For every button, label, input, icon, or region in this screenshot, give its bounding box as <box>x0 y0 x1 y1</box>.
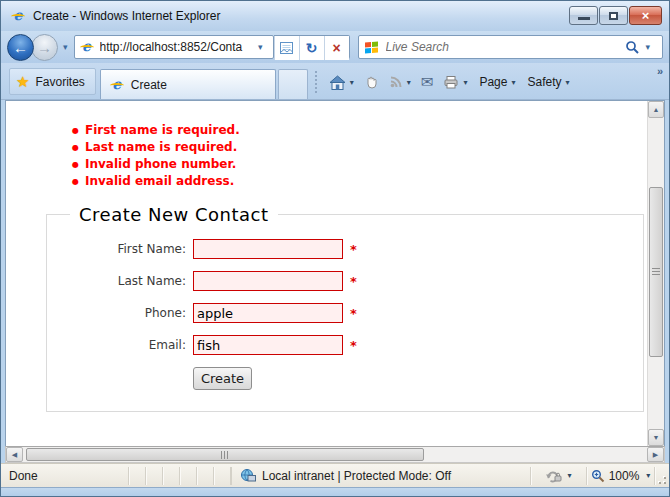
minimize-button[interactable] <box>569 6 598 25</box>
status-separator <box>129 467 146 485</box>
favorites-button[interactable]: ★ Favorites <box>9 68 96 95</box>
first-name-row: First Name: * <box>47 239 643 259</box>
printer-icon <box>443 75 459 89</box>
close-button[interactable]: × <box>629 6 662 25</box>
last-name-row: Last Name: * <box>47 271 643 291</box>
status-separator <box>146 467 163 485</box>
scroll-up-button[interactable]: ▲ <box>648 101 664 118</box>
read-mail-button[interactable]: ✉ <box>416 69 439 95</box>
home-icon <box>329 75 346 90</box>
page-viewport: First name is required. Last name is req… <box>5 100 665 446</box>
phone-row: Phone: * <box>47 303 643 323</box>
rss-feed-icon <box>389 75 403 89</box>
mail-icon: ✉ <box>421 73 434 91</box>
thumb-grip <box>221 451 230 459</box>
address-input[interactable] <box>100 40 253 54</box>
smartscreen-cell[interactable]: ▾ <box>531 467 587 485</box>
home-dropdown-icon[interactable]: ▾ <box>350 78 354 87</box>
thumb-grip <box>652 268 660 277</box>
validation-error: Last name is required. <box>72 139 647 156</box>
last-name-field[interactable] <box>193 271 343 291</box>
back-icon: ← <box>13 39 28 56</box>
horizontal-scroll-thumb[interactable] <box>26 448 424 461</box>
search-input[interactable] <box>386 40 626 54</box>
resize-grip[interactable] <box>655 464 669 487</box>
window-title: Create - Windows Internet Explorer <box>33 9 220 23</box>
tab-create[interactable]: e Create <box>100 69 276 99</box>
toolbar-overflow-chevron[interactable]: » <box>657 65 663 77</box>
security-zone-cell: Local intranet | Protected Mode: Off <box>231 467 531 485</box>
required-marker: * <box>350 338 357 353</box>
new-tab-button[interactable] <box>278 69 308 99</box>
validation-error: First name is required. <box>72 122 647 139</box>
validation-error: Invalid email address. <box>72 173 647 190</box>
scroll-down-button[interactable]: ▼ <box>648 429 664 446</box>
refresh-icon: ↻ <box>306 40 318 56</box>
page-menu-button[interactable]: Page ▾ <box>472 69 520 95</box>
first-name-field[interactable] <box>193 239 343 259</box>
home-button[interactable]: ▾ <box>324 69 359 95</box>
search-icon[interactable] <box>625 40 640 55</box>
maximize-icon <box>609 12 618 20</box>
window-controls: × <box>568 6 662 25</box>
feeds-button[interactable]: ▾ <box>384 69 416 95</box>
print-dropdown-icon[interactable]: ▾ <box>463 78 467 87</box>
create-button[interactable]: Create <box>193 367 252 390</box>
status-separator <box>112 467 129 485</box>
safety-menu-button[interactable]: Safety ▾ <box>520 69 574 95</box>
address-buttons: ↻ × <box>274 35 350 59</box>
stop-button[interactable]: × <box>324 36 349 60</box>
page-dropdown-icon: ▾ <box>511 78 515 87</box>
scroll-right-button[interactable]: ▶ <box>647 447 664 462</box>
phone-label: Phone: <box>47 306 193 320</box>
required-marker: * <box>350 306 357 321</box>
smartscreen-dropdown-icon[interactable]: ▾ <box>567 471 571 480</box>
hand-icon <box>364 75 379 90</box>
maximize-button[interactable] <box>599 6 628 25</box>
scroll-up-icon: ▲ <box>653 106 660 113</box>
zoom-level: 100% <box>609 469 640 483</box>
status-text: Done <box>1 469 112 483</box>
vertical-scroll-thumb[interactable] <box>649 187 663 357</box>
history-dropdown-button[interactable]: ▾ <box>63 42 68 52</box>
zoom-icon <box>591 469 605 483</box>
minimize-icon <box>578 17 590 20</box>
page-favicon: e <box>79 39 95 55</box>
search-box[interactable]: ▾ <box>358 35 663 59</box>
feeds-dropdown-icon[interactable]: ▾ <box>407 78 411 87</box>
favorites-star-icon: ★ <box>16 73 29 91</box>
safety-menu-label: Safety <box>527 75 561 89</box>
horizontal-scrollbar[interactable]: ◀ ▶ <box>5 446 665 463</box>
email-field[interactable] <box>193 335 343 355</box>
navigation-bar: ← → ▾ e ▾ ↻ × <box>1 31 669 63</box>
compatibility-view-button[interactable] <box>274 36 299 60</box>
email-label: Email: <box>47 338 193 352</box>
web-page-content: First name is required. Last name is req… <box>6 101 647 446</box>
zoom-control[interactable]: 100% ▾ <box>587 467 655 485</box>
close-icon: × <box>642 8 650 23</box>
live-search-logo-icon <box>365 41 378 53</box>
address-bar[interactable]: e ▾ <box>74 35 274 59</box>
zoom-dropdown-icon[interactable]: ▾ <box>646 471 650 480</box>
favorites-command-bar: ★ Favorites e Create ▾ <box>1 63 669 100</box>
vertical-scrollbar[interactable]: ▲ ▼ <box>647 101 664 446</box>
window-frame-bottom <box>1 487 669 497</box>
forward-button[interactable]: → <box>31 34 58 61</box>
address-dropdown-icon[interactable]: ▾ <box>258 42 263 52</box>
print-button[interactable]: ▾ <box>438 69 472 95</box>
status-separator <box>180 467 197 485</box>
validation-error: Invalid phone number. <box>72 156 647 173</box>
status-separator <box>214 467 231 485</box>
status-separator <box>197 467 214 485</box>
compatibility-view-icon <box>279 41 294 55</box>
hand-button[interactable] <box>359 69 384 95</box>
create-contact-fieldset: Create New Contact First Name: * Last Na… <box>46 204 644 412</box>
titlebar[interactable]: e Create - Windows Internet Explorer × <box>1 1 669 31</box>
phone-field[interactable] <box>193 303 343 323</box>
scroll-left-button[interactable]: ◀ <box>6 447 23 462</box>
tab-favicon: e <box>109 77 125 93</box>
refresh-button[interactable]: ↻ <box>299 36 324 60</box>
back-button[interactable]: ← <box>7 34 34 61</box>
scroll-left-icon: ◀ <box>12 451 17 459</box>
search-options-dropdown-icon[interactable]: ▾ <box>645 42 650 52</box>
